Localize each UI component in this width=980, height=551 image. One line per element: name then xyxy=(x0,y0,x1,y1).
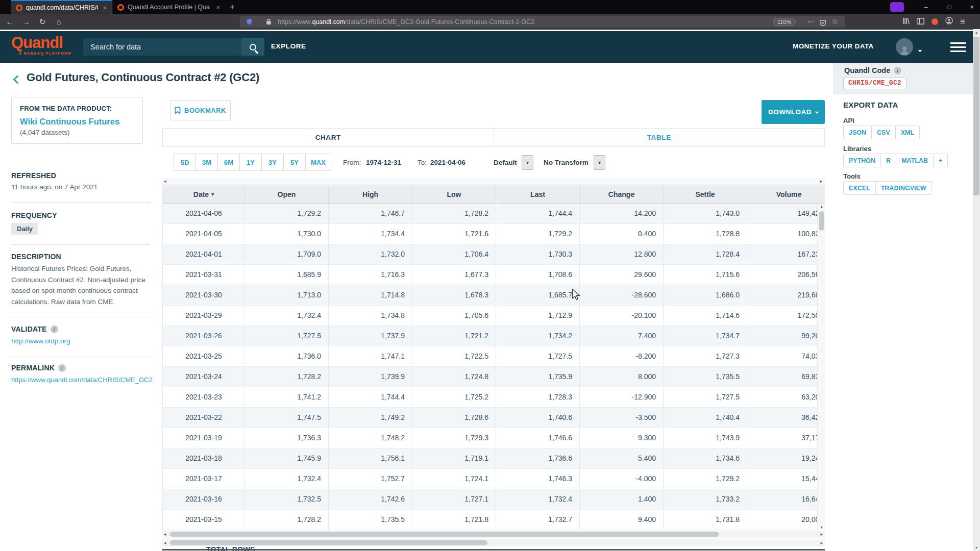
search-button[interactable] xyxy=(241,38,264,56)
table-row[interactable]: 2021-03-251,736.01,747.11,722.51,727.5-8… xyxy=(163,346,825,367)
table-top-scroll[interactable]: ◂ ▸ xyxy=(162,178,825,185)
page-actions-icon[interactable]: ⋯ xyxy=(804,16,817,28)
transform-select-caret[interactable]: ▾ xyxy=(594,155,605,170)
scrollbar-thumb[interactable] xyxy=(819,211,824,231)
column-header-settle[interactable]: Settle xyxy=(664,185,747,203)
monetize-your-data-link[interactable]: MONETIZE YOUR DATA xyxy=(793,42,874,50)
table-row[interactable]: 2021-03-151,728.21,735.51,721.81,732.79.… xyxy=(163,510,825,530)
tab-chart[interactable]: CHART xyxy=(163,129,494,146)
window-minimize-button[interactable]: – xyxy=(916,0,936,14)
csv-button[interactable]: CSV xyxy=(871,126,896,139)
extension-orange-icon[interactable] xyxy=(932,18,938,25)
account-caret-icon[interactable] xyxy=(919,44,921,54)
column-header-date[interactable]: Date▾ xyxy=(163,185,245,203)
scrollbar-thumb[interactable] xyxy=(170,540,487,545)
new-tab-button[interactable]: + xyxy=(226,2,239,12)
column-header-open[interactable]: Open xyxy=(245,185,329,203)
range-3m-button[interactable]: 3M xyxy=(195,154,218,171)
excel-button[interactable]: EXCEL xyxy=(843,181,876,195)
tab-table[interactable]: TABLE xyxy=(494,129,825,146)
table-row[interactable]: 2021-03-181,745.91,756.11,719.11,736.65.… xyxy=(163,448,825,469)
table-row[interactable]: 2021-04-011,709.01,732.01,706.41,730.312… xyxy=(163,244,825,265)
reload-button[interactable]: ↻ xyxy=(36,14,49,29)
home-button[interactable]: ⌂ xyxy=(52,14,65,29)
back-button[interactable]: ← xyxy=(3,14,16,29)
column-header-volume[interactable]: Volume xyxy=(747,185,825,203)
window-maximize-button[interactable]: □ xyxy=(939,0,960,14)
frequency-select-value[interactable]: Default xyxy=(494,159,517,166)
scroll-down-icon[interactable]: ▾ xyxy=(973,545,980,550)
account-avatar[interactable] xyxy=(896,38,913,56)
back-chevron-icon[interactable] xyxy=(13,76,22,84)
quandl-logo[interactable]: Quandl A NASDAQ PLATFORM xyxy=(11,35,71,56)
add-button[interactable]: + xyxy=(933,154,948,167)
scroll-left-icon[interactable]: ◂ xyxy=(164,539,166,546)
xml-button[interactable]: XML xyxy=(895,126,920,139)
table-row[interactable]: 2021-03-161,732.51,742.61,727.11,732.41.… xyxy=(163,489,825,510)
url-bar[interactable]: https://www.quandl.com/data/CHRIS/CME_GC… xyxy=(240,16,845,28)
to-date-value[interactable]: 2021-04-06 xyxy=(430,159,465,166)
table-row[interactable]: 2021-03-171,732.41,752.71,724.11,746.3-4… xyxy=(163,469,825,489)
product-link[interactable]: Wiki Continuous Futures xyxy=(20,117,134,127)
table-row[interactable]: 2021-04-051,730.01,734.41,721.61,729.20.… xyxy=(163,224,825,244)
matlab-button[interactable]: MATLAB xyxy=(896,154,934,167)
download-button[interactable]: DOWNLOAD xyxy=(762,100,825,124)
window-close-button[interactable]: × xyxy=(962,0,980,14)
table-row[interactable]: 2021-03-191,736.31,748.21,729.31,746.69.… xyxy=(163,428,825,448)
scrollbar-thumb[interactable] xyxy=(170,532,719,537)
quandl-code-value[interactable]: CHRIS/CME_GC2 xyxy=(843,77,906,89)
range-5y-button[interactable]: 5Y xyxy=(283,154,306,171)
info-icon[interactable]: i xyxy=(894,67,901,74)
table-vertical-scrollbar[interactable]: ▴ ▾ xyxy=(817,204,825,530)
explore-link[interactable]: EXPLORE xyxy=(271,42,306,50)
table-row[interactable]: 2021-04-061,729.21,746.71,728.21,744.414… xyxy=(163,204,825,224)
library-icon[interactable] xyxy=(902,17,910,27)
python-button[interactable]: PYTHON xyxy=(843,154,881,167)
table-row[interactable]: 2021-03-291,732.41,734.81,705.61,712.9-2… xyxy=(163,306,825,326)
tab-close-icon[interactable]: × xyxy=(215,4,221,11)
permalink-link[interactable]: https://www.quandl.com/data/CHRIS/CME_GC… xyxy=(11,376,153,384)
frequency-select-caret[interactable]: ▾ xyxy=(522,155,533,170)
column-header-high[interactable]: High xyxy=(329,185,412,203)
table-row[interactable]: 2021-03-301,713.01,714.81,678.31,685.7-2… xyxy=(163,285,825,306)
site-menu-icon[interactable] xyxy=(950,42,966,44)
scroll-right-icon[interactable]: ▸ xyxy=(820,178,822,185)
scroll-right-icon[interactable]: ▸ xyxy=(820,539,823,546)
table-horizontal-scrollbar[interactable]: ◂ ▸ xyxy=(162,531,825,538)
tradingview-button[interactable]: TRADINGVIEW xyxy=(875,181,932,195)
column-header-low[interactable]: Low xyxy=(412,185,496,203)
table-row[interactable]: 2021-03-241,728.21,739.91,724.81,735.98.… xyxy=(163,367,825,387)
tracking-protection-shield-icon[interactable] xyxy=(246,18,253,25)
bookmark-button[interactable]: BOOKMARK xyxy=(170,100,231,120)
validate-link[interactable]: http://www.ofdp.org xyxy=(11,337,70,345)
browser-menu-icon[interactable]: ≡ xyxy=(960,17,965,27)
range-max-button[interactable]: MAX xyxy=(305,154,331,171)
range-3y-button[interactable]: 3Y xyxy=(261,154,284,171)
table-row[interactable]: 2021-03-311,685.91,716.31,677.31,708.629… xyxy=(163,265,825,285)
page-vertical-scrollbar[interactable]: ▴ ▾ xyxy=(973,29,980,551)
table-row[interactable]: 2021-03-261,727.51,737.91,721.21,734.27.… xyxy=(163,326,825,346)
range-5d-button[interactable]: 5D xyxy=(174,154,196,171)
extension-badge-icon[interactable] xyxy=(890,2,904,12)
scroll-left-icon[interactable]: ◂ xyxy=(164,531,166,538)
column-header-change[interactable]: Change xyxy=(580,185,664,203)
tab-close-icon[interactable]: × xyxy=(102,4,108,12)
info-icon[interactable]: i xyxy=(51,325,58,333)
scroll-left-icon[interactable]: ◂ xyxy=(164,178,166,185)
page-horizontal-scrollbar[interactable]: ◂ ▸ xyxy=(162,539,825,546)
table-row[interactable]: 2021-03-231,741.21,744.41,725.21,728.3-1… xyxy=(163,387,825,408)
info-icon[interactable]: i xyxy=(58,364,66,372)
column-header-last[interactable]: Last xyxy=(496,185,580,203)
range-1y-button[interactable]: 1Y xyxy=(239,154,262,171)
table-row[interactable]: 2021-03-221,747.51,749.21,728.61,740.6-3… xyxy=(163,408,825,428)
tab-quandl-data[interactable]: quandl.com/data/CHRIS/CM × xyxy=(11,0,112,14)
lock-icon[interactable] xyxy=(266,18,272,25)
r-button[interactable]: R xyxy=(880,154,896,167)
account-icon[interactable] xyxy=(945,17,953,27)
scrollbar-thumb[interactable] xyxy=(973,37,979,195)
tab-quandl-account[interactable]: Quandl Account Profile | Qua × xyxy=(112,0,226,14)
json-button[interactable]: JSON xyxy=(843,126,872,139)
bookmark-star-icon[interactable]: ☆ xyxy=(829,16,841,28)
search-box[interactable] xyxy=(83,38,264,56)
scroll-up-icon[interactable]: ▴ xyxy=(818,204,825,209)
